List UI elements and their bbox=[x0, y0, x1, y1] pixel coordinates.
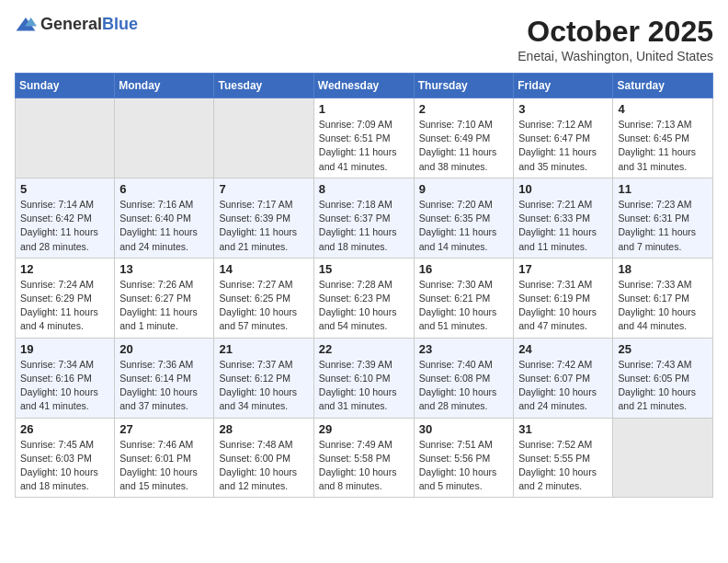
day-number: 6 bbox=[119, 182, 209, 196]
day-number: 19 bbox=[20, 342, 109, 356]
day-info: Sunrise: 7:39 AMSunset: 6:10 PMDaylight:… bbox=[319, 358, 409, 414]
calendar-table: SundayMondayTuesdayWednesdayThursdayFrid… bbox=[15, 73, 713, 498]
calendar-cell: 31Sunrise: 7:52 AMSunset: 5:55 PMDayligh… bbox=[514, 418, 613, 498]
calendar-cell: 29Sunrise: 7:49 AMSunset: 5:58 PMDayligh… bbox=[313, 418, 414, 498]
day-info: Sunrise: 7:51 AMSunset: 5:56 PMDaylight:… bbox=[419, 438, 509, 494]
calendar-week-row: 19Sunrise: 7:34 AMSunset: 6:16 PMDayligh… bbox=[16, 338, 713, 418]
logo-blue: Blue bbox=[102, 15, 138, 33]
day-info: Sunrise: 7:27 AMSunset: 6:25 PMDaylight:… bbox=[219, 278, 308, 334]
calendar-cell: 8Sunrise: 7:18 AMSunset: 6:37 PMDaylight… bbox=[313, 178, 414, 258]
calendar-cell: 9Sunrise: 7:20 AMSunset: 6:35 PMDaylight… bbox=[414, 178, 514, 258]
calendar-cell: 14Sunrise: 7:27 AMSunset: 6:25 PMDayligh… bbox=[214, 258, 313, 338]
calendar-cell: 6Sunrise: 7:16 AMSunset: 6:40 PMDaylight… bbox=[115, 178, 214, 258]
header-row: SundayMondayTuesdayWednesdayThursdayFrid… bbox=[16, 74, 713, 98]
day-info: Sunrise: 7:30 AMSunset: 6:21 PMDaylight:… bbox=[419, 278, 509, 334]
day-number: 30 bbox=[419, 422, 509, 436]
calendar-cell: 1Sunrise: 7:09 AMSunset: 6:51 PMDaylight… bbox=[313, 98, 414, 178]
calendar-week-row: 1Sunrise: 7:09 AMSunset: 6:51 PMDaylight… bbox=[16, 98, 713, 178]
calendar-week-row: 26Sunrise: 7:45 AMSunset: 6:03 PMDayligh… bbox=[16, 418, 713, 498]
calendar-cell: 22Sunrise: 7:39 AMSunset: 6:10 PMDayligh… bbox=[313, 338, 414, 418]
calendar-week-row: 5Sunrise: 7:14 AMSunset: 6:42 PMDaylight… bbox=[16, 178, 713, 258]
calendar-header: SundayMondayTuesdayWednesdayThursdayFrid… bbox=[16, 74, 713, 98]
day-number: 12 bbox=[20, 262, 109, 276]
day-info: Sunrise: 7:21 AMSunset: 6:33 PMDaylight:… bbox=[518, 198, 608, 254]
header-day: Sunday bbox=[16, 74, 115, 98]
day-info: Sunrise: 7:28 AMSunset: 6:23 PMDaylight:… bbox=[319, 278, 409, 334]
calendar-cell: 19Sunrise: 7:34 AMSunset: 6:16 PMDayligh… bbox=[16, 338, 115, 418]
calendar-cell bbox=[16, 98, 115, 178]
calendar-cell: 10Sunrise: 7:21 AMSunset: 6:33 PMDayligh… bbox=[514, 178, 613, 258]
calendar-cell: 20Sunrise: 7:36 AMSunset: 6:14 PMDayligh… bbox=[115, 338, 214, 418]
day-number: 17 bbox=[518, 262, 608, 276]
day-number: 21 bbox=[219, 342, 308, 356]
header-day: Wednesday bbox=[313, 74, 414, 98]
day-number: 20 bbox=[119, 342, 209, 356]
calendar-cell: 23Sunrise: 7:40 AMSunset: 6:08 PMDayligh… bbox=[414, 338, 514, 418]
day-info: Sunrise: 7:12 AMSunset: 6:47 PMDaylight:… bbox=[518, 118, 608, 174]
day-info: Sunrise: 7:26 AMSunset: 6:27 PMDaylight:… bbox=[119, 278, 209, 334]
day-number: 18 bbox=[618, 262, 708, 276]
day-info: Sunrise: 7:10 AMSunset: 6:49 PMDaylight:… bbox=[419, 118, 509, 174]
calendar-cell: 18Sunrise: 7:33 AMSunset: 6:17 PMDayligh… bbox=[613, 258, 713, 338]
calendar-cell: 17Sunrise: 7:31 AMSunset: 6:19 PMDayligh… bbox=[514, 258, 613, 338]
calendar-cell: 5Sunrise: 7:14 AMSunset: 6:42 PMDaylight… bbox=[16, 178, 115, 258]
day-number: 5 bbox=[20, 182, 109, 196]
calendar-cell: 25Sunrise: 7:43 AMSunset: 6:05 PMDayligh… bbox=[613, 338, 713, 418]
header-day: Monday bbox=[115, 74, 214, 98]
day-info: Sunrise: 7:33 AMSunset: 6:17 PMDaylight:… bbox=[618, 278, 708, 334]
day-number: 8 bbox=[319, 182, 409, 196]
header-day: Friday bbox=[514, 74, 613, 98]
day-info: Sunrise: 7:43 AMSunset: 6:05 PMDaylight:… bbox=[618, 358, 708, 414]
calendar-cell: 12Sunrise: 7:24 AMSunset: 6:29 PMDayligh… bbox=[16, 258, 115, 338]
day-info: Sunrise: 7:23 AMSunset: 6:31 PMDaylight:… bbox=[618, 198, 708, 254]
day-info: Sunrise: 7:49 AMSunset: 5:58 PMDaylight:… bbox=[319, 438, 409, 494]
day-number: 31 bbox=[518, 422, 608, 436]
day-number: 28 bbox=[219, 422, 308, 436]
day-info: Sunrise: 7:13 AMSunset: 6:45 PMDaylight:… bbox=[618, 118, 708, 174]
calendar-cell: 15Sunrise: 7:28 AMSunset: 6:23 PMDayligh… bbox=[313, 258, 414, 338]
calendar-cell bbox=[613, 418, 713, 498]
day-number: 1 bbox=[319, 102, 409, 116]
day-number: 29 bbox=[319, 422, 409, 436]
day-number: 25 bbox=[618, 342, 708, 356]
day-info: Sunrise: 7:48 AMSunset: 6:00 PMDaylight:… bbox=[219, 438, 308, 494]
day-number: 10 bbox=[518, 182, 608, 196]
month-title: October 2025 bbox=[518, 15, 713, 49]
day-number: 13 bbox=[119, 262, 209, 276]
location: Enetai, Washington, United States bbox=[518, 49, 713, 63]
day-info: Sunrise: 7:20 AMSunset: 6:35 PMDaylight:… bbox=[419, 198, 509, 254]
day-number: 14 bbox=[219, 262, 308, 276]
calendar-cell: 3Sunrise: 7:12 AMSunset: 6:47 PMDaylight… bbox=[514, 98, 613, 178]
day-info: Sunrise: 7:45 AMSunset: 6:03 PMDaylight:… bbox=[20, 438, 109, 494]
day-number: 23 bbox=[419, 342, 509, 356]
day-number: 22 bbox=[319, 342, 409, 356]
header-day: Saturday bbox=[613, 74, 713, 98]
day-info: Sunrise: 7:17 AMSunset: 6:39 PMDaylight:… bbox=[219, 198, 308, 254]
calendar-cell: 7Sunrise: 7:17 AMSunset: 6:39 PMDaylight… bbox=[214, 178, 313, 258]
title-block: October 2025 Enetai, Washington, United … bbox=[518, 15, 713, 63]
day-number: 15 bbox=[319, 262, 409, 276]
day-number: 3 bbox=[518, 102, 608, 116]
logo: GeneralBlue bbox=[15, 15, 138, 34]
calendar-cell: 16Sunrise: 7:30 AMSunset: 6:21 PMDayligh… bbox=[414, 258, 514, 338]
day-number: 27 bbox=[119, 422, 209, 436]
calendar-cell: 4Sunrise: 7:13 AMSunset: 6:45 PMDaylight… bbox=[613, 98, 713, 178]
calendar-cell: 2Sunrise: 7:10 AMSunset: 6:49 PMDaylight… bbox=[414, 98, 514, 178]
calendar-cell: 13Sunrise: 7:26 AMSunset: 6:27 PMDayligh… bbox=[115, 258, 214, 338]
day-info: Sunrise: 7:31 AMSunset: 6:19 PMDaylight:… bbox=[518, 278, 608, 334]
calendar-cell bbox=[115, 98, 214, 178]
day-info: Sunrise: 7:14 AMSunset: 6:42 PMDaylight:… bbox=[20, 198, 109, 254]
day-number: 4 bbox=[618, 102, 708, 116]
day-info: Sunrise: 7:52 AMSunset: 5:55 PMDaylight:… bbox=[518, 438, 608, 494]
day-info: Sunrise: 7:24 AMSunset: 6:29 PMDaylight:… bbox=[20, 278, 109, 334]
calendar-cell: 11Sunrise: 7:23 AMSunset: 6:31 PMDayligh… bbox=[613, 178, 713, 258]
header-day: Thursday bbox=[414, 74, 514, 98]
day-info: Sunrise: 7:16 AMSunset: 6:40 PMDaylight:… bbox=[119, 198, 209, 254]
calendar-cell: 27Sunrise: 7:46 AMSunset: 6:01 PMDayligh… bbox=[115, 418, 214, 498]
logo-icon bbox=[15, 16, 37, 34]
day-info: Sunrise: 7:37 AMSunset: 6:12 PMDaylight:… bbox=[219, 358, 308, 414]
day-info: Sunrise: 7:09 AMSunset: 6:51 PMDaylight:… bbox=[319, 118, 409, 174]
day-info: Sunrise: 7:46 AMSunset: 6:01 PMDaylight:… bbox=[119, 438, 209, 494]
day-number: 7 bbox=[219, 182, 308, 196]
day-number: 2 bbox=[419, 102, 509, 116]
